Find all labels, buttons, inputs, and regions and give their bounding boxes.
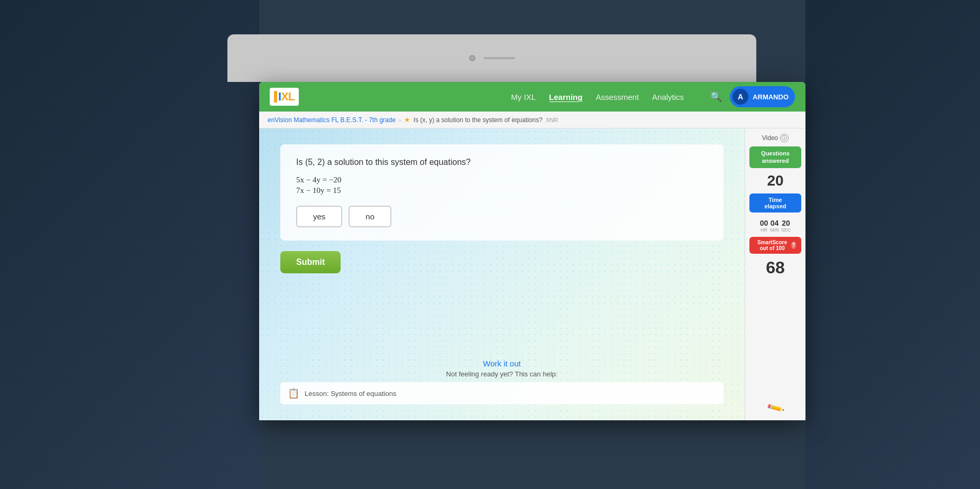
time-sec-value: 20 [781,219,791,227]
smartscore-box: SmartScore out of 100 ? [749,237,801,254]
equation-2: 7x − 10y = 15 [296,186,708,195]
user-badge[interactable]: A ARMANDO [730,86,795,107]
submit-button[interactable]: Submit [280,251,341,273]
lesson-icon: 📋 [288,387,299,399]
work-it-out: Work it out Not feeling ready yet? This … [280,359,723,404]
video-info-icon[interactable]: ⓘ [780,134,789,142]
work-it-out-title[interactable]: Work it out [280,359,723,368]
equation-1: 5x − 4y = −20 [296,176,708,184]
breadcrumb-sep1: › [399,117,401,123]
nav-links: My IXL Learning Assessment Analytics [511,93,684,102]
questions-answered-label: Questionsanswered [761,150,790,164]
lesson-label: Lesson: Systems of equations [305,390,396,398]
breadcrumb-course[interactable]: enVision Mathematics FL B.E.S.T. - 7th g… [268,116,396,124]
nav-right: 🔍 A ARMANDO [710,86,795,107]
bg-left [0,0,259,489]
questions-answered-box: Questionsanswered [749,146,801,168]
time-display: 00 HR 04 MIN 20 SEC [760,219,791,233]
right-sidebar: Video ⓘ Questionsanswered 20 Timeelapsed… [745,128,805,420]
time-elapsed-label: Timeelapsed [765,197,786,209]
nav-my-ixl[interactable]: My IXL [511,93,536,102]
time-hr: 00 HR [760,219,768,233]
laptop-camera [469,55,475,61]
time-elapsed-box: Timeelapsed [749,193,801,213]
breadcrumb-star: ★ [404,116,410,124]
time-min: 04 MIN [770,219,779,233]
video-label: Video [762,134,778,142]
search-icon[interactable]: 🔍 [710,91,722,103]
answer-buttons: yes no [296,206,708,227]
main-content: Is (5, 2) a solution to this system of e… [259,128,805,420]
video-button[interactable]: Video ⓘ [762,134,789,142]
ixl-header: I XL My IXL Learning Assessment Analytic… [259,82,805,112]
user-name: ARMANDO [753,93,789,101]
ixl-logo[interactable]: I XL [270,88,299,106]
questions-answered-count: 20 [767,172,783,189]
logo-xl: XL [281,90,295,104]
bg-right [805,0,980,489]
avatar: A [732,89,748,105]
time-sec: 20 SEC [781,219,791,233]
browser-window: I XL My IXL Learning Assessment Analytic… [259,82,805,420]
time-hr-label: HR [760,227,768,233]
question-text: Is (5, 2) a solution to this system of e… [296,158,708,167]
nav-learning[interactable]: Learning [549,93,582,102]
question-card: Is (5, 2) a solution to this system of e… [280,144,723,241]
smartscore-label: SmartScore out of 100 [755,239,790,251]
lesson-link[interactable]: 📋 Lesson: Systems of equations [280,382,723,404]
answer-no-button[interactable]: no [349,206,391,227]
nav-analytics[interactable]: Analytics [652,93,684,102]
logo-bar [274,91,277,103]
question-area: Is (5, 2) a solution to this system of e… [259,128,745,420]
work-it-out-subtitle: Not feeling ready yet? This can help: [280,370,723,378]
laptop-frame-top [227,34,756,82]
answer-yes-button[interactable]: yes [296,206,342,227]
time-hr-value: 00 [760,219,768,227]
smartscore-value: 68 [766,258,785,278]
breadcrumb-code: XNR [546,117,558,123]
breadcrumb: enVision Mathematics FL B.E.S.T. - 7th g… [259,112,805,128]
laptop-microphone [483,57,515,59]
time-min-value: 04 [770,219,779,227]
time-sec-label: SEC [781,227,791,233]
pencil-icon[interactable]: ✏️ [766,399,785,418]
smartscore-help-icon[interactable]: ? [791,242,796,249]
time-min-label: MIN [770,227,779,233]
breadcrumb-current: Is (x, y) a solution to the system of eq… [414,116,543,124]
nav-assessment[interactable]: Assessment [596,93,639,102]
